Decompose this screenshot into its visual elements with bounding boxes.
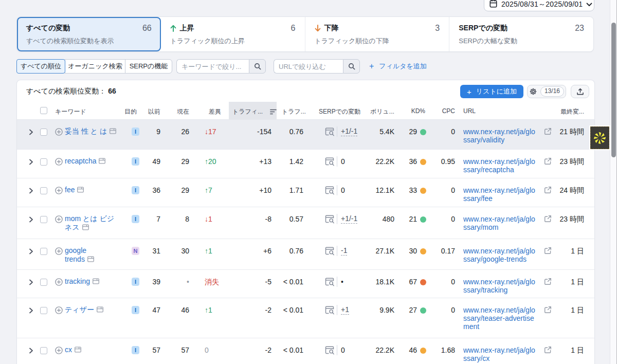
row-checkbox[interactable]	[40, 347, 47, 354]
serp-change-value[interactable]: 0	[341, 345, 345, 355]
card-all-changes[interactable]: すべての変動 66 すべての検索順位変動を表示	[17, 17, 161, 51]
url-link[interactable]: www.nex-ray.net/ja/glossary/fee	[463, 186, 537, 203]
tab-all-positions[interactable]: すべての順位	[16, 59, 65, 74]
row-checkbox[interactable]	[40, 187, 47, 194]
serp-change-value[interactable]: -1	[341, 246, 347, 256]
intent-badge[interactable]: I	[132, 128, 139, 136]
add-filter-link[interactable]: + フィルタを追加	[369, 59, 427, 74]
keyword-link[interactable]: mom とは ビジネス	[65, 214, 118, 232]
page-scrollbar[interactable]	[610, 0, 617, 364]
keyword-link[interactable]: fee	[65, 186, 84, 194]
add-keyword-icon[interactable]	[55, 347, 63, 354]
col-intent[interactable]: 目的	[124, 107, 137, 116]
card-improved[interactable]: 上昇 6 トラフィック順位の上昇	[161, 17, 305, 51]
external-link-icon[interactable]	[544, 215, 552, 223]
select-all-checkbox[interactable]	[40, 107, 47, 114]
serp-snapshot-icon[interactable]	[324, 306, 335, 315]
serp-snapshot-icon[interactable]	[324, 346, 335, 355]
expand-row-button[interactable]	[29, 248, 33, 254]
external-link-icon[interactable]	[544, 247, 552, 254]
add-keyword-icon[interactable]	[55, 247, 63, 255]
add-keyword-icon[interactable]	[55, 187, 63, 194]
keyword-search-button[interactable]	[249, 59, 266, 74]
col-kd[interactable]: KD%	[411, 107, 425, 115]
add-to-list-button[interactable]: + リストに追加	[460, 85, 523, 98]
intent-badge[interactable]: I	[132, 278, 139, 286]
serp-change-value[interactable]: 0	[341, 186, 345, 195]
expand-row-button[interactable]	[29, 159, 33, 165]
url-filter-input[interactable]	[274, 59, 343, 74]
serp-change-value[interactable]: +1/-1	[341, 127, 357, 136]
intent-badge[interactable]: N	[132, 247, 139, 255]
keyword-link[interactable]: tracking	[65, 277, 99, 286]
intent-badge[interactable]: I	[132, 346, 139, 354]
expand-row-button[interactable]	[29, 129, 33, 135]
serp-snapshot-icon[interactable]	[324, 128, 335, 136]
intent-badge[interactable]: I	[132, 215, 139, 223]
promo-widget-button[interactable]	[590, 126, 609, 149]
col-volume[interactable]: ボリュ...	[370, 107, 394, 116]
serp-snapshot-icon[interactable]	[324, 247, 335, 256]
serp-change-value[interactable]: •	[341, 277, 343, 287]
url-link[interactable]: www.nex-ray.net/ja/glossary/validity	[463, 128, 537, 144]
col-serp-change[interactable]: SERPでの変動	[319, 107, 360, 116]
card-serp-changes[interactable]: SERPでの変動 23 SERPの大幅な変動	[449, 17, 593, 51]
row-checkbox[interactable]	[40, 248, 47, 255]
row-checkbox[interactable]	[40, 279, 47, 286]
add-keyword-icon[interactable]	[55, 128, 63, 136]
date-range-picker[interactable]: 2025/08/31～2025/09/01	[484, 0, 594, 11]
keyword-link[interactable]: google trends	[65, 246, 98, 264]
serp-page-icon[interactable]	[82, 224, 89, 230]
url-link[interactable]: www.nex-ray.net/ja/glossary/recaptcha	[463, 157, 537, 174]
keyword-filter-input[interactable]	[176, 59, 249, 74]
add-keyword-icon[interactable]	[55, 158, 63, 166]
col-current[interactable]: 現在	[177, 107, 189, 116]
expand-row-button[interactable]	[29, 348, 33, 354]
col-diff[interactable]: 差異	[209, 107, 221, 116]
card-declined[interactable]: 下降 3 トラフィック順位の下降	[305, 17, 450, 51]
external-link-icon[interactable]	[544, 157, 552, 165]
row-checkbox[interactable]	[40, 158, 47, 166]
col-traffic-pct[interactable]: トラフ...	[282, 107, 306, 116]
expand-row-button[interactable]	[29, 279, 33, 285]
expand-row-button[interactable]	[29, 307, 33, 314]
intent-badge[interactable]: I	[132, 186, 139, 194]
serp-page-icon[interactable]	[87, 256, 94, 262]
serp-snapshot-icon[interactable]	[324, 186, 335, 195]
keyword-link[interactable]: recaptcha	[65, 157, 105, 166]
external-link-icon[interactable]	[544, 346, 552, 354]
intent-badge[interactable]: I	[132, 306, 139, 314]
url-link[interactable]: www.nex-ray.net/ja/glossary/google-trend…	[463, 247, 537, 263]
col-previous[interactable]: 以前	[148, 107, 160, 116]
keyword-link[interactable]: cx	[65, 345, 81, 354]
serp-change-value[interactable]: 0	[341, 157, 345, 167]
serp-page-icon[interactable]	[93, 278, 99, 284]
serp-page-icon[interactable]	[97, 306, 103, 313]
serp-page-icon[interactable]	[75, 347, 81, 353]
url-link[interactable]: www.nex-ray.net/ja/glossary/tracking	[463, 278, 537, 294]
external-link-icon[interactable]	[544, 306, 552, 314]
external-link-icon[interactable]	[544, 278, 552, 285]
external-link-icon[interactable]	[544, 128, 552, 135]
serp-change-value[interactable]: +1	[341, 305, 349, 315]
row-checkbox[interactable]	[40, 216, 47, 223]
serp-snapshot-icon[interactable]	[324, 157, 335, 166]
export-button[interactable]	[571, 85, 589, 98]
serp-snapshot-icon[interactable]	[324, 278, 335, 286]
row-checkbox[interactable]	[40, 307, 47, 314]
serp-page-icon[interactable]	[77, 187, 84, 193]
serp-snapshot-icon[interactable]	[324, 215, 335, 224]
serp-page-icon[interactable]	[110, 128, 116, 134]
keyword-link[interactable]: ティザー	[65, 305, 103, 314]
url-link[interactable]: www.nex-ray.net/ja/glossary/teaser-adver…	[463, 306, 537, 331]
tab-serp-features[interactable]: SERPの機能	[125, 59, 172, 74]
scrollbar-thumb[interactable]	[611, 23, 616, 157]
external-link-icon[interactable]	[544, 186, 552, 194]
manage-columns-button[interactable]: 13/16	[527, 85, 566, 98]
serp-page-icon[interactable]	[99, 158, 105, 164]
col-url[interactable]: URL	[463, 107, 476, 115]
tab-organic-search[interactable]: オーガニック検索	[65, 59, 125, 74]
keyword-link[interactable]: 妥当 性 と は	[65, 127, 116, 136]
url-link[interactable]: www.nex-ray.net/ja/glossary/cx	[463, 346, 537, 362]
add-keyword-icon[interactable]	[55, 306, 63, 314]
